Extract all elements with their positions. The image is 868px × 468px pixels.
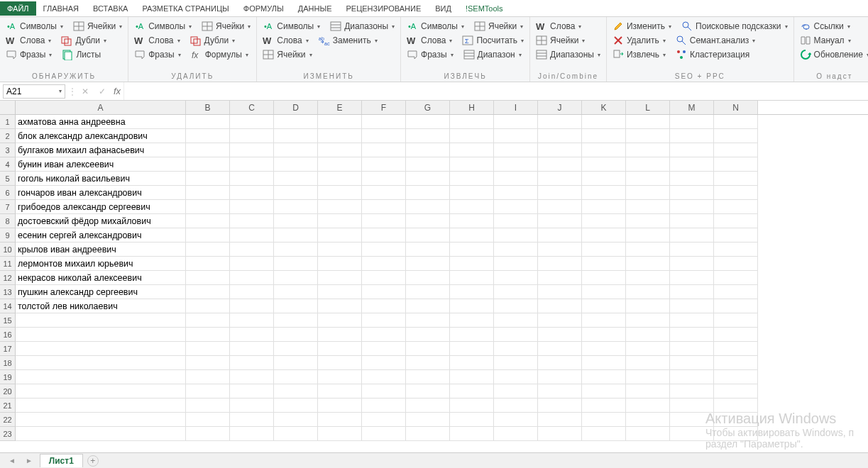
- cell[interactable]: блок александр александрович: [16, 129, 186, 143]
- cell[interactable]: [406, 129, 450, 143]
- cell[interactable]: [538, 129, 582, 143]
- cell[interactable]: булгаков михаил афанасьевич: [16, 143, 186, 157]
- column-header-D[interactable]: D: [274, 101, 318, 114]
- cell[interactable]: [582, 413, 626, 427]
- cell[interactable]: [714, 285, 758, 299]
- cell[interactable]: [230, 384, 274, 399]
- cell[interactable]: [318, 129, 362, 143]
- cell[interactable]: [450, 370, 494, 384]
- cell[interactable]: [538, 115, 582, 129]
- cell[interactable]: [626, 129, 670, 143]
- cell[interactable]: [186, 342, 230, 356]
- cell[interactable]: [318, 271, 362, 285]
- delete-words-button[interactable]: WСлова▾: [133, 34, 181, 47]
- cell[interactable]: [538, 299, 582, 313]
- formula-input[interactable]: [123, 82, 868, 100]
- cell[interactable]: [670, 157, 714, 172]
- cell[interactable]: [230, 271, 274, 285]
- cell[interactable]: [230, 313, 274, 328]
- cell[interactable]: [714, 214, 758, 228]
- cell[interactable]: [362, 271, 406, 285]
- delete-formulas-button[interactable]: fxФормулы▾: [189, 48, 250, 61]
- cell[interactable]: [406, 285, 450, 299]
- cell[interactable]: [186, 172, 230, 186]
- cell[interactable]: [450, 186, 494, 200]
- row-header[interactable]: 4: [0, 157, 16, 172]
- cell[interactable]: [406, 328, 450, 342]
- cell[interactable]: [186, 157, 230, 172]
- cell[interactable]: [714, 115, 758, 129]
- cell[interactable]: [626, 186, 670, 200]
- cell[interactable]: [494, 342, 538, 356]
- cell[interactable]: [626, 356, 670, 370]
- detect-words-button[interactable]: WСлова▾: [4, 34, 53, 47]
- cell[interactable]: [494, 413, 538, 427]
- cell[interactable]: [186, 143, 230, 157]
- cell[interactable]: [186, 285, 230, 299]
- cell[interactable]: [494, 257, 538, 271]
- cell[interactable]: [16, 427, 186, 441]
- cell[interactable]: [538, 143, 582, 157]
- cell[interactable]: [494, 328, 538, 342]
- cell[interactable]: [274, 299, 318, 313]
- row-header[interactable]: 11: [0, 257, 16, 271]
- cell[interactable]: [230, 370, 274, 384]
- cell[interactable]: [406, 356, 450, 370]
- cell[interactable]: [494, 271, 538, 285]
- cell[interactable]: [274, 243, 318, 257]
- cell[interactable]: [714, 342, 758, 356]
- cell[interactable]: [670, 228, 714, 243]
- cell[interactable]: [582, 271, 626, 285]
- extract-phrases-button[interactable]: Фразы▾: [405, 48, 454, 61]
- cell[interactable]: [318, 299, 362, 313]
- cell[interactable]: [318, 399, 362, 413]
- cell[interactable]: [362, 228, 406, 243]
- cell[interactable]: [274, 172, 318, 186]
- cell[interactable]: [274, 271, 318, 285]
- cell[interactable]: [714, 257, 758, 271]
- cell[interactable]: [16, 370, 186, 384]
- change-range-button[interactable]: Диапазоны▾: [329, 20, 396, 33]
- row-header[interactable]: 7: [0, 200, 16, 214]
- cell[interactable]: [670, 342, 714, 356]
- cell[interactable]: [318, 427, 362, 441]
- tab-view[interactable]: ВИД: [428, 1, 458, 16]
- row-header[interactable]: 21: [0, 399, 16, 413]
- extract-symbols-button[interactable]: •AСимволы▾: [405, 20, 466, 33]
- cell[interactable]: [450, 243, 494, 257]
- tab-file[interactable]: ФАЙЛ: [0, 1, 36, 16]
- cell[interactable]: [538, 328, 582, 342]
- cell[interactable]: [714, 399, 758, 413]
- cell[interactable]: [362, 299, 406, 313]
- cell[interactable]: [230, 285, 274, 299]
- cell[interactable]: [670, 143, 714, 157]
- cell[interactable]: [230, 186, 274, 200]
- cell[interactable]: [714, 427, 758, 441]
- cell[interactable]: [626, 271, 670, 285]
- cell[interactable]: [16, 413, 186, 427]
- cell[interactable]: [714, 243, 758, 257]
- cell[interactable]: [274, 313, 318, 328]
- tab-data[interactable]: ДАННЫЕ: [291, 1, 339, 16]
- cell[interactable]: [538, 313, 582, 328]
- cell[interactable]: [406, 200, 450, 214]
- cell[interactable]: [318, 356, 362, 370]
- cell[interactable]: [318, 285, 362, 299]
- cell[interactable]: [450, 214, 494, 228]
- tab-home[interactable]: ГЛАВНАЯ: [36, 1, 86, 16]
- cell[interactable]: [230, 413, 274, 427]
- tab-formulas[interactable]: ФОРМУЛЫ: [236, 1, 291, 16]
- column-header-F[interactable]: F: [362, 101, 406, 114]
- cell[interactable]: [318, 370, 362, 384]
- cell[interactable]: [450, 200, 494, 214]
- cell[interactable]: [714, 186, 758, 200]
- cell[interactable]: [670, 186, 714, 200]
- about-manual-button[interactable]: Мануал▾: [798, 34, 868, 47]
- tab-semtools[interactable]: !SEMTools: [458, 1, 510, 16]
- extract-range-button[interactable]: Диапазон▾: [462, 48, 523, 61]
- cell[interactable]: [186, 243, 230, 257]
- column-header-H[interactable]: H: [450, 101, 494, 114]
- cell[interactable]: лермонтов михаил юрьевич: [16, 257, 186, 271]
- cell[interactable]: [582, 243, 626, 257]
- cell[interactable]: [274, 257, 318, 271]
